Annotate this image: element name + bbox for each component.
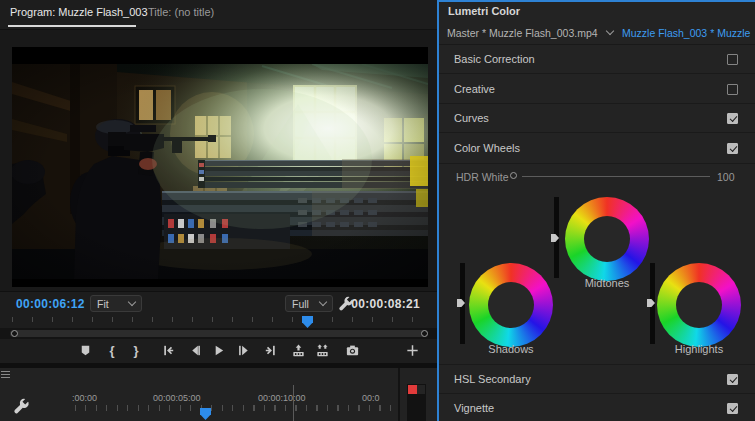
go-to-out-icon [263,343,278,358]
section-label: Curves [454,112,489,124]
premiere-workspace: Program: Muzzle Flash_003 Title: (no tit… [0,0,755,421]
monitor-playhead[interactable] [302,316,313,328]
timeline-panel: :00:00 00:00:05:00 00:00:10:00 00:0 [0,368,437,421]
section-label: Color Wheels [454,142,520,154]
playback-resolution-dropdown[interactable]: Full [285,295,333,312]
section-label: Basic Correction [454,53,535,65]
mark-out-icon: } [133,344,138,357]
sequence-clip-link[interactable]: Muzzle Flash_003 * Muzzle Flash_00... [622,27,753,39]
timeline-playhead[interactable] [200,408,211,420]
button-editor-plus-button[interactable] [401,339,423,361]
extract-icon [315,343,330,358]
timeline-menu-icon[interactable] [1,371,10,378]
highlights-color-wheel[interactable] [657,263,741,347]
monitor-scrub-ruler[interactable] [0,315,437,328]
export-frame-button[interactable] [341,339,363,361]
hdr-white-value[interactable]: 100 [717,171,735,183]
chevron-down-icon [319,298,327,306]
section-enable-checkbox[interactable] [727,113,738,124]
chevron-down-icon [128,298,136,306]
step-back-icon [188,343,203,358]
export-frame-icon [345,343,360,358]
lumetri-color-panel: Lumetri Color Master * Muzzle Flash_003.… [437,0,755,421]
section-label: HSL Secondary [454,373,531,385]
monitor-zoom-scrollbar[interactable] [0,328,437,339]
playback-resolution-value: Full [292,298,309,310]
midtones-color-wheel[interactable] [565,197,649,281]
section-enable-checkbox[interactable] [727,54,738,65]
hdr-white-slider-knob[interactable] [510,172,517,179]
plus-icon [405,343,420,358]
chevron-down-icon[interactable] [606,27,614,35]
shadows-color-wheel[interactable] [469,263,553,347]
section-enable-checkbox[interactable] [727,84,738,95]
ruler-label-2: 00:00:10:00 [258,393,306,403]
ruler-label-3: 00:0 [362,393,380,403]
highlights-label: Highlights [657,343,741,355]
section-enable-checkbox[interactable] [727,143,738,154]
audio-meter [407,384,426,421]
hdr-white-slider-track[interactable] [522,176,710,177]
current-timecode[interactable]: 00:00:06:12 [16,297,85,311]
step-forward-button[interactable] [232,339,254,361]
hdr-white-label: HDR White [456,171,509,183]
section-basic-correction[interactable]: Basic Correction [439,45,755,74]
tab-program-monitor[interactable]: Program: Muzzle Flash_003 [10,6,148,18]
midtones-label: Midtones [565,277,649,289]
video-preview [12,47,428,287]
program-monitor-tabbar: Program: Muzzle Flash_003 Title: (no tit… [0,0,437,29]
mark-in-button[interactable]: { [101,339,123,361]
zoom-scrollbar-track[interactable] [10,330,428,337]
timeline-meter-divider[interactable] [398,368,400,421]
ruler-label-1: 00:00:05:00 [153,393,201,403]
section-vignette[interactable]: Vignette [439,394,755,421]
ruler-ticks [12,317,428,322]
sequence-end-marker [293,385,294,421]
lift-button[interactable] [287,339,309,361]
section-hsl-secondary[interactable]: HSL Secondary [439,365,755,394]
mark-in-icon: { [109,344,114,357]
lumetri-header: Lumetri Color [439,2,755,22]
master-clip-selector[interactable]: Master * Muzzle Flash_003.mp4 [447,27,598,39]
go-to-out-button[interactable] [259,339,281,361]
add-marker-button[interactable] [74,339,96,361]
lift-icon [291,343,306,358]
zoom-level-dropdown[interactable]: Fit [90,295,142,312]
section-label: Creative [454,83,495,95]
active-tab-underline [8,25,136,27]
zoom-level-value: Fit [97,298,109,310]
audio-meter-channel [417,385,425,394]
section-color-wheels[interactable]: Color Wheels [439,134,755,164]
section-curves[interactable]: Curves [439,104,755,133]
section-label: Vignette [454,402,494,414]
duration-timecode: 00:00:08:21 [351,297,420,311]
shadows-label: Shadows [469,343,553,355]
video-still-muzzle-flash [12,64,428,279]
hdr-white-row: HDR White 100 [439,164,755,192]
lumetri-panel-title[interactable]: Lumetri Color [448,5,520,17]
play-icon [211,343,226,358]
add-marker-icon [78,343,93,358]
go-to-in-icon [161,343,176,358]
transport-controls: { } [0,339,437,363]
color-wheels-area: Midtones Shadows Highlights [439,192,755,365]
step-forward-icon [236,343,251,358]
step-back-button[interactable] [184,339,206,361]
audio-clip-indicator [408,385,417,394]
timeline-settings-wrench-icon[interactable] [13,398,30,415]
zoom-scrollbar-left-handle[interactable] [11,330,18,337]
extract-button[interactable] [311,339,333,361]
play-button[interactable] [207,339,229,361]
go-to-in-button[interactable] [157,339,179,361]
zoom-scrollbar-right-handle[interactable] [421,330,428,337]
timeline-ruler-ticks[interactable] [75,405,397,411]
ruler-label-0: :00:00 [72,393,97,403]
section-enable-checkbox[interactable] [727,374,738,385]
monitor-stage [0,29,437,291]
monitor-controls-bar: 00:00:06:12 Fit Full 00:00:08:21 [0,291,437,315]
tab-title-panel[interactable]: Title: (no title) [148,6,214,18]
section-creative[interactable]: Creative [439,75,755,104]
lumetri-clip-row: Master * Muzzle Flash_003.mp4 Muzzle Fla… [439,22,755,45]
section-enable-checkbox[interactable] [727,403,738,414]
mark-out-button[interactable]: } [125,339,147,361]
